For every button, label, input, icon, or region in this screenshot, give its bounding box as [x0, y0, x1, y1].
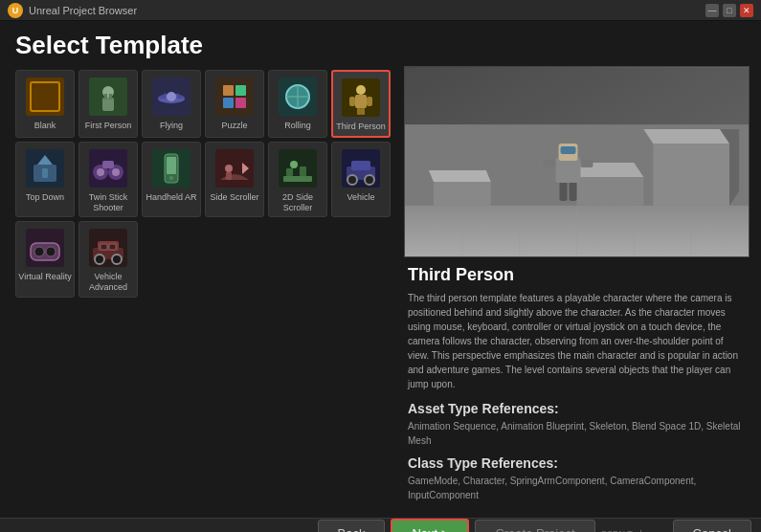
- side-scroller-icon: [213, 146, 257, 190]
- minimize-button[interactable]: —: [705, 4, 719, 17]
- svg-point-41: [225, 165, 233, 172]
- svg-rect-81: [434, 182, 491, 206]
- svg-marker-82: [429, 170, 491, 182]
- template-label-blank: Blank: [34, 121, 56, 131]
- template-label-puzzle: Puzzle: [221, 121, 247, 131]
- maximize-button[interactable]: □: [723, 4, 736, 17]
- preview-image: [404, 66, 750, 257]
- svg-point-48: [290, 161, 298, 168]
- svg-rect-33: [102, 161, 114, 168]
- template-label-flying: Flying: [160, 121, 183, 131]
- titlebar: U Unreal Project Browser — □ ✕: [0, 0, 761, 21]
- blank-icon: [23, 75, 67, 119]
- close-button[interactable]: ✕: [740, 4, 753, 17]
- template-label-virtual-reality: Virtual Reality: [18, 272, 71, 282]
- template-item-top-down[interactable]: Top Down: [15, 142, 75, 218]
- preview-panel: Third Person The third person template f…: [404, 66, 750, 518]
- svg-point-52: [347, 175, 357, 185]
- svg-rect-13: [223, 98, 234, 108]
- svg-rect-29: [42, 168, 48, 178]
- create-project-button[interactable]: Create Project: [475, 520, 594, 532]
- template-item-2d-side[interactable]: 2D Side Scroller: [268, 142, 327, 218]
- cancel-button[interactable]: Cancel: [673, 520, 751, 532]
- svg-rect-38: [167, 157, 176, 174]
- svg-rect-24: [357, 108, 361, 115]
- svg-rect-85: [556, 158, 581, 183]
- template-item-virtual-reality[interactable]: Virtual Reality: [15, 221, 75, 298]
- svg-rect-47: [300, 166, 306, 176]
- template-label-2d-side: 2D Side Scroller: [271, 192, 325, 213]
- template-grid-container: Blank First Person: [11, 66, 394, 518]
- svg-rect-10: [215, 78, 254, 116]
- svg-rect-45: [283, 176, 312, 182]
- window-title: Unreal Project Browser: [29, 5, 137, 16]
- svg-rect-58: [44, 250, 46, 254]
- template-label-rolling: Rolling: [284, 121, 311, 131]
- page-title: Select Template: [15, 31, 746, 60]
- preview-info: Third Person The third person template f…: [404, 257, 750, 518]
- svg-rect-25: [361, 108, 365, 115]
- svg-rect-21: [355, 95, 367, 108]
- svg-point-56: [34, 247, 44, 256]
- svg-rect-84: [570, 180, 577, 201]
- class-type-title: Class Type References:: [408, 455, 746, 471]
- svg-marker-77: [643, 129, 729, 144]
- next-button[interactable]: Next >: [391, 519, 469, 532]
- svg-rect-65: [109, 244, 116, 250]
- svg-rect-89: [561, 146, 576, 154]
- vehicle-advanced-icon: [86, 226, 130, 270]
- handheld-ar-icon: [149, 146, 193, 190]
- titlebar-controls: — □ ✕: [705, 4, 753, 17]
- preview-description: The third person template features a pla…: [408, 291, 746, 391]
- svg-point-34: [97, 168, 104, 176]
- svg-point-57: [46, 247, 56, 256]
- svg-rect-76: [653, 144, 729, 206]
- back-button[interactable]: Back: [318, 520, 386, 532]
- template-label-handheld-ar: Handheld AR: [145, 192, 196, 203]
- svg-point-63: [112, 255, 122, 264]
- svg-rect-83: [560, 180, 568, 201]
- template-label-vehicle-advanced: Vehicle Advanced: [81, 272, 135, 293]
- svg-rect-87: [544, 160, 556, 167]
- asset-type-content: Animation Sequence, Animation Blueprint,…: [408, 419, 746, 448]
- svg-rect-51: [351, 161, 370, 170]
- preview-template-name: Third Person: [408, 265, 746, 285]
- svg-rect-14: [235, 98, 246, 108]
- svg-point-20: [356, 85, 366, 95]
- main-container: Select Template Blank: [0, 21, 761, 532]
- svg-point-3: [102, 86, 114, 98]
- svg-point-62: [95, 255, 104, 264]
- app-logo: U: [8, 3, 23, 18]
- template-item-first-person[interactable]: First Person: [78, 70, 138, 138]
- template-item-third-person[interactable]: Third Person: [331, 70, 391, 138]
- template-item-side-scroller[interactable]: Side Scroller: [205, 142, 264, 218]
- template-item-twin-stick[interactable]: Twin Stick Shooter: [78, 142, 138, 218]
- class-type-content: GameMode, Character, SpringArmComponent,…: [408, 474, 746, 502]
- svg-rect-79: [577, 177, 644, 206]
- page-header: Select Template: [0, 21, 761, 66]
- svg-rect-12: [235, 85, 246, 96]
- svg-rect-23: [367, 97, 372, 106]
- svg-rect-42: [226, 172, 232, 180]
- content-area: Blank First Person: [0, 66, 761, 518]
- template-item-blank[interactable]: Blank: [15, 70, 75, 138]
- titlebar-left: U Unreal Project Browser: [8, 3, 137, 18]
- template-grid: Blank First Person: [11, 66, 394, 301]
- svg-rect-6: [109, 94, 112, 100]
- vehicle-icon: [339, 146, 383, 190]
- template-item-puzzle[interactable]: Puzzle: [205, 70, 264, 138]
- svg-point-35: [112, 168, 120, 176]
- template-label-top-down: Top Down: [26, 192, 64, 203]
- svg-rect-11: [223, 85, 234, 96]
- template-label-twin-stick: Twin Stick Shooter: [81, 192, 135, 213]
- template-item-handheld-ar[interactable]: Handheld AR: [142, 142, 201, 218]
- svg-rect-64: [101, 244, 107, 250]
- template-item-rolling[interactable]: Rolling: [268, 70, 327, 138]
- 2d-side-icon: [276, 146, 320, 190]
- template-item-vehicle-advanced[interactable]: Vehicle Advanced: [78, 221, 138, 298]
- template-label-third-person: Third Person: [336, 122, 386, 132]
- template-item-flying[interactable]: Flying: [142, 70, 201, 138]
- svg-rect-88: [580, 160, 593, 167]
- template-item-vehicle[interactable]: Vehicle: [331, 142, 391, 218]
- svg-rect-5: [104, 94, 107, 100]
